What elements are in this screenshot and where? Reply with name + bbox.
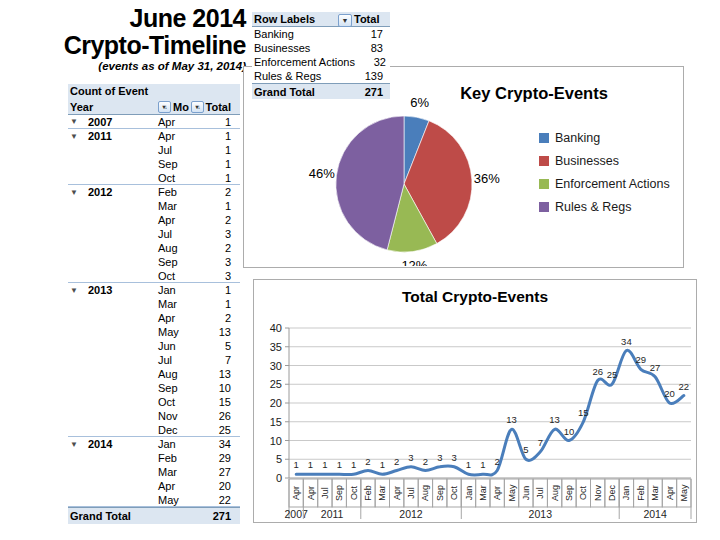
y-tick-label: 0: [276, 472, 282, 484]
legend-item-rules-regs[interactable]: Rules & Regs: [539, 195, 670, 218]
y-tick-label: 5: [276, 453, 282, 465]
month-header: ▾↓ Mo ▾↓: [156, 101, 204, 113]
pivot-row[interactable]: Aug2: [68, 241, 240, 255]
summary-row[interactable]: Banking17: [252, 27, 390, 41]
x-month-label: Feb: [636, 485, 646, 501]
x-month-label: Sep: [435, 485, 445, 501]
pivot-row[interactable]: Jul1: [68, 143, 240, 157]
pivot-row[interactable]: Mar27: [68, 465, 240, 479]
total-cell: 3: [200, 256, 240, 268]
x-month-label: Jan: [621, 486, 631, 501]
collapse-year-icon[interactable]: ▼: [70, 188, 88, 197]
pivot-row[interactable]: Oct3: [68, 269, 240, 283]
year-sort-filter-icon[interactable]: ▾↓: [158, 101, 171, 113]
month-cell: Apr: [156, 214, 200, 226]
pivot-grand-total-row[interactable]: Grand Total 271: [68, 507, 240, 524]
slide-canvas: June 2014 Crypto-Timeline (events as of …: [0, 0, 720, 540]
line-data-label: 13: [506, 414, 517, 425]
pivot-row[interactable]: Sep10: [68, 381, 240, 395]
legend-item-banking[interactable]: Banking: [539, 126, 670, 149]
pie-percent-label: 12%: [401, 258, 427, 266]
legend-swatch-icon: [539, 156, 549, 166]
pivot-row[interactable]: ▼2007Apr1: [68, 115, 240, 129]
y-tick-label: 40: [270, 322, 282, 334]
pivot-row[interactable]: Mar1: [68, 297, 240, 311]
grand-total-label: Grand Total: [252, 86, 352, 98]
collapse-year-icon[interactable]: ▼: [70, 132, 88, 141]
total-cell: 29: [200, 452, 240, 464]
pivot-row[interactable]: Sep3: [68, 255, 240, 269]
total-cell: 5: [200, 340, 240, 352]
pivot-row[interactable]: Dec25: [68, 423, 240, 437]
month-cell: Apr: [156, 130, 200, 142]
row-labels-header-text: Row Labels: [254, 13, 315, 25]
legend-item-enforcement-actions[interactable]: Enforcement Actions: [539, 172, 670, 195]
pivot-row[interactable]: May13: [68, 325, 240, 339]
collapse-year-icon[interactable]: ▼: [70, 117, 88, 126]
y-tick-label: 10: [270, 435, 282, 447]
total-cell: 26: [200, 410, 240, 422]
month-cell: Aug: [156, 242, 200, 254]
pivot-row[interactable]: Jul3: [68, 227, 240, 241]
summary-row-value: 83: [352, 42, 390, 54]
summary-pivot-table: Row Labels ▼ Total Banking17Businesses83…: [252, 12, 390, 99]
pivot-row[interactable]: May22: [68, 493, 240, 507]
line-data-label: 1: [294, 459, 299, 470]
pivot-row[interactable]: Sep1: [68, 157, 240, 171]
summary-row[interactable]: Enforcement Actions32: [252, 55, 390, 69]
pivot-row[interactable]: Mar1: [68, 199, 240, 213]
pivot-row[interactable]: Apr20: [68, 479, 240, 493]
line-data-label: 1: [351, 459, 356, 470]
summary-row[interactable]: Rules & Regs139: [252, 69, 390, 83]
pivot-corner-label: Count of Event: [68, 84, 240, 99]
line-data-label: 1: [308, 459, 313, 470]
page-title-line1: June 2014: [18, 5, 246, 32]
legend-swatch-icon: [539, 133, 549, 143]
y-tick-label: 25: [270, 378, 282, 390]
row-labels-dropdown-icon[interactable]: ▼: [338, 14, 352, 27]
pivot-row[interactable]: Oct1: [68, 171, 240, 185]
x-month-label: Aug: [550, 485, 560, 501]
pivot-row[interactable]: Oct15: [68, 395, 240, 409]
collapse-year-icon[interactable]: ▼: [70, 286, 88, 295]
pivot-row[interactable]: ▼2011Apr1: [68, 129, 240, 143]
total-cell: 1: [200, 298, 240, 310]
total-cell: 1: [200, 158, 240, 170]
legend-swatch-icon: [539, 179, 549, 189]
page-title-line2: Crypto-Timeline: [18, 32, 246, 59]
pivot-row[interactable]: ▼2012Feb2: [68, 185, 240, 199]
pivot-row[interactable]: Jun5: [68, 339, 240, 353]
month-cell: Oct: [156, 172, 200, 184]
summary-row[interactable]: Businesses83: [252, 41, 390, 55]
line-chart[interactable]: 0510152025303540Apr2007AprJulSepOct2011F…: [253, 279, 697, 523]
line-data-label: 2: [365, 456, 370, 467]
pivot-row[interactable]: Apr2: [68, 311, 240, 325]
legend-item-businesses[interactable]: Businesses: [539, 149, 670, 172]
month-cell: Jan: [156, 438, 200, 450]
pie-legend: BankingBusinessesEnforcement ActionsRule…: [539, 126, 670, 218]
pivot-row[interactable]: Jul7: [68, 353, 240, 367]
line-data-label: 2: [495, 456, 500, 467]
summary-grand-total-row[interactable]: Grand Total 271: [252, 83, 390, 99]
pivot-grand-total-label: Grand Total: [68, 510, 151, 522]
collapse-year-icon[interactable]: ▼: [70, 440, 88, 449]
month-sort-filter-icon[interactable]: ▾↓: [191, 101, 204, 113]
series-line[interactable]: [296, 350, 684, 475]
line-data-label: 15: [578, 407, 589, 418]
pivot-row[interactable]: ▼2013Jan1: [68, 283, 240, 297]
pivot-row[interactable]: Aug13: [68, 367, 240, 381]
pivot-row[interactable]: ▼2014Jan34: [68, 437, 240, 451]
line-data-label: 3: [437, 452, 442, 463]
x-month-label: May: [679, 484, 689, 502]
total-cell: 10: [200, 382, 240, 394]
line-plot: 0510152025303540Apr2007AprJulSepOct2011F…: [254, 280, 695, 521]
month-cell: Mar: [156, 200, 200, 212]
month-cell: Sep: [156, 256, 200, 268]
pivot-row[interactable]: Feb29: [68, 451, 240, 465]
pivot-row[interactable]: Nov26: [68, 409, 240, 423]
x-month-label: Mar: [650, 485, 660, 501]
x-month-label: Apr: [392, 486, 402, 500]
legend-label: Businesses: [555, 154, 619, 168]
pivot-row[interactable]: Apr2: [68, 213, 240, 227]
x-month-label: Jul: [406, 487, 416, 499]
